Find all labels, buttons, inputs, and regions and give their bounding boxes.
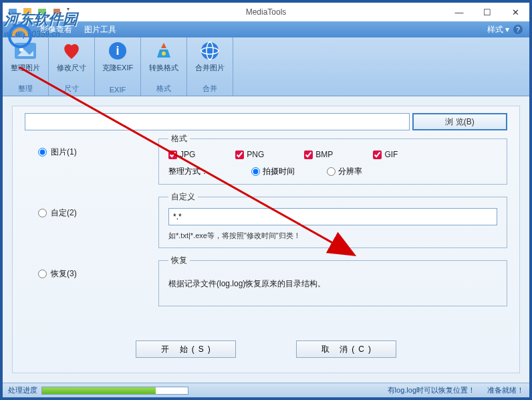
mode-custom-radio[interactable]: 自定(2) [38,207,158,219]
close-button[interactable]: ✕ [501,3,529,21]
custom-legend: 自定义 [168,191,198,203]
help-icon[interactable]: ? [513,25,523,34]
ribbon-group-label: 尺寸 [64,84,79,94]
ribbon-convert-format[interactable]: 转换格式 [146,40,181,73]
format-fieldset: 格式 JPG PNG BMP GIF 整理方式： 拍摄时间 分辨率 [158,133,507,185]
sort-label: 整理方式： [168,166,219,177]
ribbon-clone-exif[interactable]: i 克隆EXIF [100,40,135,73]
restore-legend: 恢复 [168,255,190,266]
svg-point-8 [162,52,166,56]
ribbon-organize-images[interactable]: 整理图片 [8,40,43,73]
window-title: MediaTools [246,7,287,17]
ribbon-merge-images[interactable]: 合并图片 [192,40,227,73]
restore-text: 根据记录文件(log.log)恢复原来的目录结构。 [168,272,497,299]
heart-icon [61,40,82,62]
ribbon-label: 合并图片 [195,63,225,73]
quick-dropdown-icon[interactable]: ▾ [67,6,70,18]
chk-jpg[interactable]: JPG [168,150,195,159]
mode-label: 恢复(3) [51,268,77,280]
browse-button[interactable]: 浏 览(B) [412,113,507,130]
svg-point-9 [201,42,219,60]
status-ready: 准备就绪！ [487,385,524,395]
ribbon-label: 修改尺寸 [57,63,86,73]
status-log-hint: 有log.log时可以恢复位置！ [388,385,475,395]
minimize-button[interactable]: — [445,3,473,21]
custom-pattern-input[interactable] [168,208,497,225]
ribbon-label: 整理图片 [11,63,40,73]
path-input[interactable] [25,113,410,130]
menu-image-view[interactable]: 影像查看 [40,24,72,35]
menu-style[interactable]: 样式 ▾ [487,24,509,35]
quick-icon-3[interactable] [36,6,48,18]
sort-by-resolution-radio[interactable]: 分辨率 [327,166,362,177]
quick-icon-1[interactable] [7,6,19,18]
restore-fieldset: 恢复 根据记录文件(log.log)恢复原来的目录结构。 [158,255,507,306]
custom-fieldset: 自定义 如*.txt|*.exe等，将按照"修改时间"归类！ [158,191,507,248]
status-progress-label: 处理进度 [8,385,37,395]
chk-gif[interactable]: GIF [373,150,398,159]
ribbon-resize[interactable]: 修改尺寸 [54,40,89,73]
ribbon-group-label: EXIF [110,86,126,94]
ribbon-group-label: 格式 [156,84,171,94]
format-legend: 格式 [168,133,190,144]
svg-rect-3 [53,9,60,15]
chk-bmp[interactable]: BMP [304,150,333,159]
mode-label: 图片(1) [51,146,77,158]
progress-bar [41,387,188,395]
svg-rect-1 [23,8,31,16]
svg-text:i: i [116,44,119,58]
globe-icon [199,40,221,62]
info-icon: i [107,40,128,62]
chk-png[interactable]: PNG [235,150,264,159]
menu-image-tools[interactable]: 图片工具 [84,24,116,35]
cancel-button[interactable]: 取 消(C) [296,340,396,358]
ribbon-label: 克隆EXIF [102,63,133,73]
ribbon-group-label: 合并 [203,84,217,94]
svg-rect-2 [38,9,46,15]
start-button[interactable]: 开 始(S) [136,340,236,358]
mode-restore-radio[interactable]: 恢复(3) [38,268,158,280]
mode-label: 自定(2) [51,207,77,219]
convert-icon [153,40,174,62]
mode-image-radio[interactable]: 图片(1) [38,146,158,158]
ribbon-label: 转换格式 [149,63,178,73]
svg-rect-0 [9,9,17,15]
sort-by-time-radio[interactable]: 拍摄时间 [251,166,295,177]
custom-hint: 如*.txt|*.exe等，将按照"修改时间"归类！ [168,231,497,241]
image-icon [15,40,36,62]
maximize-button[interactable]: ☐ [473,3,501,21]
quick-icon-4[interactable] [51,6,63,18]
quick-icon-2[interactable] [21,6,33,18]
ribbon-group-label: 整理 [18,84,33,94]
